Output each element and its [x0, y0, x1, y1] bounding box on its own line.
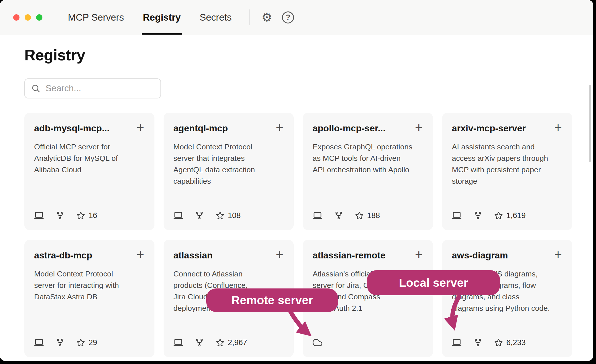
star-count: 16	[89, 211, 97, 220]
server-name: agentql-mcp	[173, 123, 228, 134]
star-icon	[216, 211, 224, 220]
server-description: Model Context Protocol server that integ…	[173, 141, 284, 187]
registry-page: Registry adb-mysql-mcp... + Official MCP…	[0, 46, 593, 361]
server-grid: adb-mysql-mcp... + Official MCP server f…	[24, 113, 593, 357]
titlebar-icons: ⚙ ?	[262, 0, 294, 35]
card-footer: 108	[173, 211, 284, 220]
traffic-lights	[13, 14, 42, 21]
fork-icon	[334, 211, 343, 220]
server-name: aws-diagram	[452, 250, 508, 261]
search-box[interactable]	[24, 78, 161, 98]
card-footer: 2,967	[173, 338, 284, 347]
help-icon[interactable]: ?	[282, 11, 294, 23]
star-icon	[77, 211, 85, 220]
star-count: 188	[367, 211, 380, 220]
zoom-button[interactable]	[36, 14, 42, 21]
fork-icon	[474, 211, 482, 220]
star-count: 29	[89, 338, 97, 347]
tab-mcp-servers[interactable]: MCP Servers	[67, 0, 125, 35]
card-footer	[313, 338, 423, 347]
stars-group: 188	[355, 211, 380, 220]
add-server-button[interactable]: +	[275, 250, 284, 259]
star-count: 2,967	[228, 338, 247, 347]
server-description: Official MCP server for AnalyticDB for M…	[34, 141, 145, 175]
stars-group: 2,967	[216, 338, 247, 347]
server-name: adb-mysql-mcp...	[34, 123, 109, 134]
cloud-icon	[313, 338, 322, 347]
search-input[interactable]	[46, 83, 160, 94]
server-card-aws-diagram: aws-diagram + Generate AWS diagrams, seq…	[442, 240, 572, 357]
star-count: 1,619	[506, 211, 526, 220]
stars-group: 1,619	[494, 211, 526, 220]
minimize-button[interactable]	[25, 14, 31, 21]
server-name: astra-db-mcp	[34, 250, 92, 261]
server-card-adb-mysql-mcp: adb-mysql-mcp... + Official MCP server f…	[24, 113, 154, 230]
star-icon	[355, 211, 364, 220]
add-server-button[interactable]: +	[136, 123, 145, 132]
laptop-icon	[173, 338, 183, 347]
scrollbar-thumb[interactable]	[589, 85, 591, 162]
server-description: Exposes GraphQL operations as MCP tools …	[313, 141, 423, 175]
laptop-icon	[452, 211, 462, 220]
laptop-icon	[452, 338, 462, 347]
server-name: atlassian-remote	[313, 250, 385, 261]
titlebar-tabs: MCP Servers Registry Secrets	[67, 0, 233, 35]
local-server-callout: Local server	[367, 270, 500, 295]
card-footer: 1,619	[452, 211, 562, 220]
star-icon	[77, 338, 85, 347]
star-icon	[216, 338, 224, 347]
add-server-button[interactable]: +	[554, 250, 562, 259]
fork-icon	[56, 338, 64, 347]
add-server-button[interactable]: +	[414, 250, 423, 259]
star-count: 6,233	[506, 338, 526, 347]
star-icon	[494, 338, 503, 347]
star-icon	[494, 211, 503, 220]
titlebar: MCP Servers Registry Secrets ⚙ ?	[0, 0, 593, 35]
card-footer: 6,233	[452, 338, 562, 347]
stars-group: 6,233	[494, 338, 526, 347]
server-description: Model Context Protocol server for intera…	[34, 268, 145, 302]
tab-secrets[interactable]: Secrets	[199, 0, 233, 35]
server-card-apollo-mcp-server: apollo-mcp-ser... + Exposes GraphQL oper…	[303, 113, 433, 230]
server-name: arxiv-mcp-server	[452, 123, 526, 134]
fork-icon	[474, 338, 482, 347]
page-title: Registry	[24, 46, 593, 64]
server-card-arxiv-mcp-server: arxiv-mcp-server + AI assistants search …	[442, 113, 572, 230]
star-count: 108	[228, 211, 241, 220]
server-description: AI assistants search and access arXiv pa…	[452, 141, 562, 187]
laptop-icon	[34, 338, 44, 347]
laptop-icon	[313, 211, 322, 220]
fork-icon	[56, 211, 64, 220]
stars-group: 16	[77, 211, 97, 220]
laptop-icon	[34, 211, 44, 220]
tab-registry[interactable]: Registry	[142, 0, 182, 35]
add-server-button[interactable]: +	[136, 250, 145, 259]
card-footer: 16	[34, 211, 145, 220]
card-footer: 188	[313, 211, 423, 220]
add-server-button[interactable]: +	[414, 123, 423, 132]
server-name: atlassian	[173, 250, 213, 261]
search-icon	[31, 84, 40, 93]
laptop-icon	[173, 211, 183, 220]
close-button[interactable]	[13, 14, 19, 21]
stars-group: 29	[77, 338, 97, 347]
server-card-astra-db-mcp: astra-db-mcp + Model Context Protocol se…	[24, 240, 154, 357]
remote-server-callout: Remote server	[206, 288, 338, 312]
stars-group: 108	[216, 211, 241, 220]
add-server-button[interactable]: +	[275, 123, 284, 132]
card-footer: 29	[34, 338, 145, 347]
server-card-agentql-mcp: agentql-mcp + Model Context Protocol ser…	[164, 113, 294, 230]
titlebar-divider	[249, 9, 250, 25]
server-name: apollo-mcp-ser...	[313, 123, 385, 134]
fork-icon	[195, 338, 204, 347]
fork-icon	[195, 211, 204, 220]
gear-icon[interactable]: ⚙	[262, 11, 272, 23]
add-server-button[interactable]: +	[554, 123, 562, 132]
